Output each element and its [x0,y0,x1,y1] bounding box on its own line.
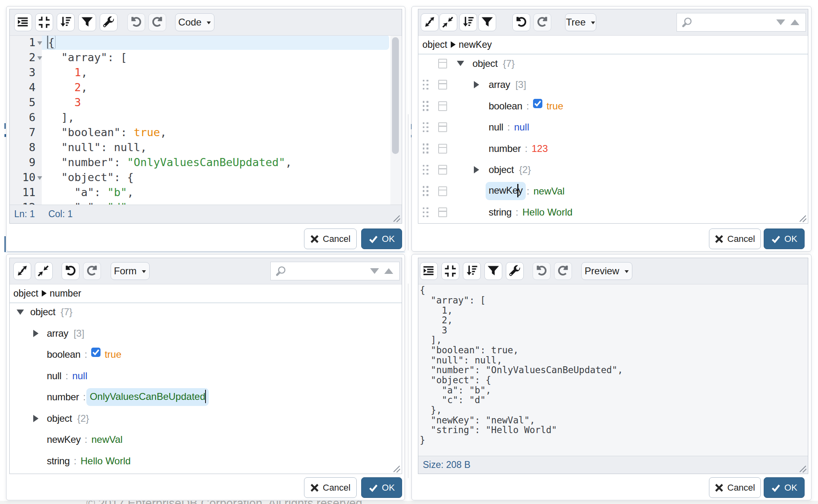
mode-select-tree[interactable]: Tree [565,13,596,31]
cancel-button[interactable]: Cancel [304,229,357,249]
boolean-checkbox[interactable] [533,99,542,108]
field-value[interactable]: true [105,349,121,360]
field-value[interactable]: null [514,122,529,133]
undo-button[interactable] [127,13,145,31]
search-next-icon[interactable] [776,19,785,25]
json-preview[interactable]: { "array": [ 1, 2, 3 ], "boolean": true,… [418,284,808,456]
tree-row[interactable]: null:null [10,365,401,387]
tree-row[interactable]: newKey:newVal [418,180,807,202]
resize-grip-icon[interactable] [799,465,807,473]
breadcrumb-item[interactable]: object [13,288,38,299]
context-menu-button[interactable] [438,138,447,159]
drag-handle-icon[interactable] [423,95,428,117]
cancel-button[interactable]: Cancel [304,477,357,498]
field-value[interactable]: OnlyValuesCanBeUpdated [86,388,209,406]
fold-arrow-icon[interactable] [37,41,42,45]
resize-grip-icon[interactable] [393,215,401,223]
field-name[interactable]: object [489,164,514,175]
sort-button[interactable] [463,262,481,280]
compact-button[interactable] [35,13,53,31]
breadcrumb-item[interactable]: number [49,288,81,299]
drag-handle-icon[interactable] [423,159,428,181]
tree-row[interactable]: object{7} [10,303,401,323]
tree-row[interactable]: string:Hello World [10,450,401,472]
field-value[interactable]: Hello World [81,455,131,467]
collapse-arrow-icon[interactable] [17,303,24,323]
expand-arrow-icon[interactable] [33,408,39,429]
scrollbar-thumb[interactable] [392,37,399,154]
field-value[interactable]: newVal [533,186,565,197]
redo-button[interactable] [554,262,572,280]
tree-row[interactable]: newKey:newVal [10,429,401,451]
field-name[interactable]: object [473,58,498,69]
field-name[interactable]: newKey [47,434,81,445]
filter-button[interactable] [478,13,496,31]
drag-handle-icon[interactable] [423,180,428,202]
tree-row[interactable]: array[3] [10,322,401,344]
field-name[interactable]: array [489,79,510,90]
ok-button[interactable]: OK [764,477,805,498]
field-name[interactable]: newKey [486,182,526,200]
tree-row[interactable]: object{2} [10,408,401,429]
expand-arrow-icon[interactable] [33,322,39,344]
field-name[interactable]: string [47,455,70,467]
ok-button[interactable]: OK [361,477,402,498]
tree-row[interactable]: array[3] [418,74,807,96]
field-value[interactable]: newVal [91,434,122,445]
undo-button[interactable] [533,262,550,280]
cancel-button[interactable]: Cancel [709,229,761,249]
code-editor[interactable]: 123456789101112{ "array": [ 1, 2, 3 ], "… [10,36,402,205]
field-name[interactable]: string [489,207,512,218]
context-menu-button[interactable] [438,117,447,138]
expand-button[interactable] [421,13,439,31]
field-name[interactable]: number [47,391,79,403]
collapse-button[interactable] [439,13,457,31]
field-name[interactable]: object [30,306,56,318]
sort-button[interactable] [57,13,75,31]
resize-grip-icon[interactable] [393,465,401,473]
field-name[interactable]: number [489,143,521,154]
breadcrumb-item[interactable]: object [422,39,447,50]
drag-handle-icon[interactable] [423,117,428,138]
context-menu-button[interactable] [438,202,447,223]
search-input[interactable] [696,15,775,30]
filter-button[interactable] [484,262,502,280]
field-name[interactable]: array [47,328,69,339]
ok-button[interactable]: OK [764,229,805,249]
redo-button[interactable] [533,13,551,31]
expand-arrow-icon[interactable] [474,159,479,181]
expand-arrow-icon[interactable] [474,74,479,96]
cancel-button[interactable]: Cancel [709,477,761,498]
boolean-checkbox[interactable] [91,348,101,357]
field-value[interactable]: 123 [531,143,548,154]
search-previous-icon[interactable] [384,268,393,274]
tree-row[interactable]: string:Hello World [418,202,807,223]
tree-row[interactable]: object{7} [418,54,807,75]
field-name[interactable]: boolean [47,349,81,360]
field-name[interactable]: object [47,413,72,424]
redo-button[interactable] [83,262,101,280]
field-value[interactable]: null [72,370,87,382]
search-input[interactable] [290,264,368,278]
filter-button[interactable] [78,13,96,31]
fold-arrow-icon[interactable] [37,56,42,60]
drag-handle-icon[interactable] [423,202,428,223]
collapse-arrow-icon[interactable] [457,54,464,75]
tree-row[interactable]: number:OnlyValuesCanBeUpdated [10,387,401,408]
context-menu-button[interactable] [438,74,447,96]
indent-button[interactable] [420,262,438,280]
sort-button[interactable] [459,13,477,31]
wrench-button[interactable] [100,13,118,31]
breadcrumb-item[interactable]: newKey [458,39,492,50]
collapse-button[interactable] [35,262,53,280]
context-menu-button[interactable] [438,54,447,75]
context-menu-button[interactable] [438,180,447,202]
undo-button[interactable] [62,262,79,280]
field-value[interactable]: true [546,100,563,112]
compact-button[interactable] [441,262,459,280]
mode-select-form[interactable]: Form [111,262,150,280]
wrench-button[interactable] [506,262,524,280]
field-name[interactable]: boolean [489,100,522,112]
tree-row[interactable]: boolean:true [418,95,807,117]
indent-button[interactable] [14,13,32,31]
